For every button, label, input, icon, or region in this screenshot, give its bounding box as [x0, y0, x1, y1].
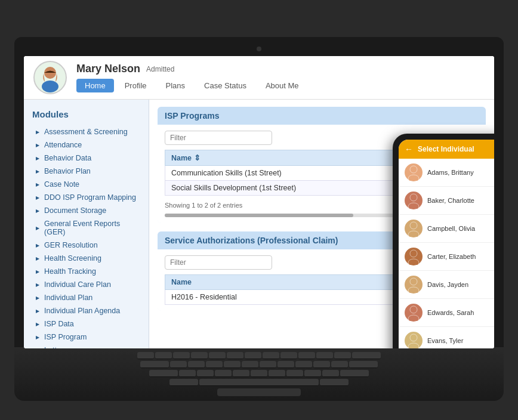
phone-individual-list: Adams, Brittany Baker, Charlotte Campbel… [399, 159, 494, 348]
keyboard-key [278, 361, 294, 368]
phone-avatar [405, 248, 423, 265]
keyboard-key [334, 352, 351, 359]
sidebar-item-health-screening[interactable]: Health Screening [24, 252, 149, 265]
list-item[interactable]: Edwards, Sarah [399, 299, 494, 327]
svg-point-4 [408, 175, 419, 181]
sidebar-item-attendance[interactable]: Attendance [24, 138, 149, 152]
service-auth-filter-input[interactable] [165, 255, 272, 270]
keyboard-key [224, 361, 240, 368]
keyboard-key [155, 352, 172, 359]
phone-avatar [405, 276, 423, 294]
svg-point-13 [410, 306, 417, 313]
svg-point-2 [42, 81, 58, 92]
svg-point-16 [408, 343, 419, 348]
phone-avatar [405, 192, 423, 209]
keyboard-key [215, 370, 232, 377]
list-item[interactable]: Carter, Elizabeth [399, 243, 494, 271]
isp-programs-title: ISP Programs [158, 107, 486, 125]
phone-person-name: Davis, Jayden [427, 281, 468, 288]
user-name: Mary Nelson [76, 63, 140, 75]
keyboard-key [313, 361, 330, 368]
keyboard-key [188, 361, 205, 368]
keyboard-key [170, 361, 187, 368]
phone-avatar [405, 304, 423, 322]
phone-person-name: Baker, Charlotte [427, 197, 474, 204]
isp-col-name: Name ⇕ [165, 150, 395, 166]
keyboard-key [209, 352, 226, 359]
phone-back-button[interactable]: ← [405, 144, 413, 154]
nav-tab-about-me[interactable]: About Me [257, 79, 307, 92]
keyboard-key [149, 370, 178, 377]
keyboard-key [242, 361, 258, 368]
svg-point-14 [408, 315, 419, 321]
sidebar-item-case-note[interactable]: Case Note [24, 178, 149, 191]
trackpad[interactable] [217, 388, 301, 396]
sidebar-item-general-event-reports-ger[interactable]: General Event Reports (GER) [24, 217, 149, 239]
keyboard-key [340, 370, 369, 377]
svg-point-12 [408, 287, 419, 293]
keyboard-key [173, 352, 190, 359]
nav-tab-plans[interactable]: Plans [158, 79, 194, 92]
sidebar-item-behavior-data[interactable]: Behavior Data [24, 152, 149, 165]
sidebar-item-letter[interactable]: Letter [24, 344, 149, 348]
keyboard-key [251, 370, 267, 377]
admitted-badge: Admitted [146, 65, 174, 73]
phone-person-name: Campbell, Olivia [427, 225, 475, 232]
sidebar-item-individual-plan-agenda[interactable]: Individual Plan Agenda [24, 304, 149, 317]
phone-overlay: ← Select Individual Adams, Brittany [393, 134, 494, 348]
sidebar-item-ger-resolution[interactable]: GER Resolution [24, 239, 149, 252]
keyboard-key [179, 370, 196, 377]
phone-screen: ← Select Individual Adams, Brittany [399, 140, 494, 348]
svg-point-7 [410, 222, 417, 229]
svg-point-10 [408, 259, 419, 265]
list-item[interactable]: Adams, Brittany [399, 159, 494, 187]
laptop-camera [257, 47, 261, 51]
sidebar-item-behavior-plan[interactable]: Behavior Plan [24, 165, 149, 178]
sidebar: Modules Assessment & ScreeningAttendance… [24, 100, 149, 348]
keyboard-area [14, 347, 504, 401]
nav-tab-case-status[interactable]: Case Status [196, 79, 255, 92]
header-info: Mary Nelson Admitted HomeProfilePlansCas… [76, 63, 485, 92]
isp-row-name: Communication Skills (1st Street) [165, 166, 395, 181]
svg-point-15 [410, 334, 417, 341]
keyboard-key [295, 361, 312, 368]
sidebar-item-ddo-isp-program-mapping[interactable]: DDO ISP Program Mapping [24, 191, 149, 204]
list-item[interactable]: Campbell, Olivia [399, 215, 494, 243]
nav-tab-home[interactable]: Home [76, 79, 114, 92]
keyboard-key [263, 352, 279, 359]
keyboard-key [227, 352, 243, 359]
sidebar-item-individual-plan[interactable]: Individual Plan [24, 291, 149, 304]
keyboard-key [260, 361, 276, 368]
svg-point-5 [410, 194, 417, 201]
phone-person-name: Adams, Brittany [427, 169, 474, 176]
sidebar-item-document-storage[interactable]: Document Storage [24, 204, 149, 217]
sidebar-item-health-tracking[interactable]: Health Tracking [24, 265, 149, 278]
app-header: Mary Nelson Admitted HomeProfilePlansCas… [24, 56, 494, 100]
svg-point-8 [408, 231, 419, 237]
sidebar-item-isp-program[interactable]: ISP Program [24, 331, 149, 344]
keyboard-key [322, 370, 339, 377]
phone-person-name: Evans, Tyler [427, 337, 463, 344]
keyboard-shift-key [320, 379, 349, 386]
keyboard-key [298, 352, 315, 359]
isp-row-name: Social Skills Development (1st Street) [165, 181, 395, 196]
keyboard-key [286, 370, 303, 377]
avatar [33, 61, 67, 94]
sidebar-item-assessment-&-screening[interactable]: Assessment & Screening [24, 125, 149, 138]
list-item[interactable]: Evans, Tyler [399, 327, 494, 348]
keyboard-key [137, 352, 154, 359]
keyboard-space-key [199, 379, 319, 386]
phone-header-title: Select Individual [418, 145, 474, 153]
svg-point-11 [410, 278, 417, 285]
sidebar-item-individual-care-plan[interactable]: Individual Care Plan [24, 278, 149, 291]
nav-tab-profile[interactable]: Profile [116, 79, 155, 92]
keyboard-key [269, 370, 285, 377]
sidebar-item-isp-data[interactable]: ISP Data [24, 317, 149, 331]
list-item[interactable]: Davis, Jayden [399, 271, 494, 299]
keyboard-key [197, 370, 214, 377]
keyboard-key [140, 361, 169, 368]
list-item[interactable]: Baker, Charlotte [399, 187, 494, 215]
svg-point-9 [410, 250, 417, 257]
isp-filter-input[interactable] [165, 131, 272, 145]
phone-person-name: Carter, Elizabeth [427, 253, 476, 260]
